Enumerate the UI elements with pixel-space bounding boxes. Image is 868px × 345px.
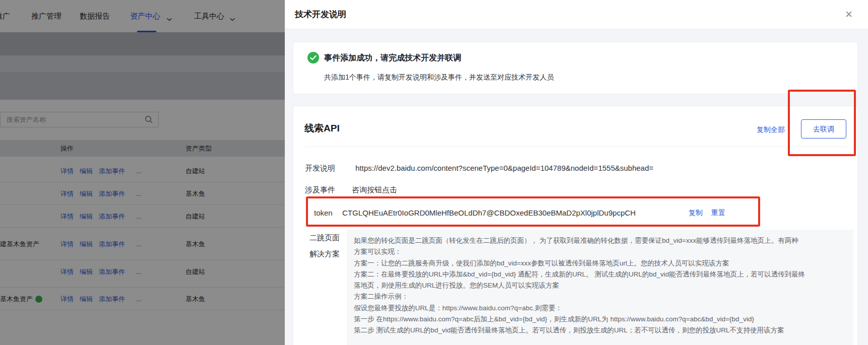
solution-line: 方案二操作示例：: [354, 291, 845, 302]
success-subtitle: 共添加1个事件，请复制开发说明和涉及事件，并发送至对应技术开发人员: [324, 73, 554, 82]
solution-line: 如果您的转化页面是二跳页面（转化发生在二跳后的页面）， 为了获取到最准确的转化数…: [354, 235, 845, 246]
screenshot-root: 推广 推广管理 数据报告 资产中心 工具中心 搜索资产名称 操作 资产类型: [0, 0, 868, 345]
card-divider: [304, 147, 847, 147]
success-card: 事件添加成功，请完成技术开发并联调 共添加1个事件，请复制开发说明和涉及事件，并…: [293, 42, 858, 94]
dev-doc-label: 开发说明: [305, 164, 335, 173]
solution-line: 方案二：在最终要投放的URL中添加&bd_vid={bd_vid} 通配符，生成…: [354, 269, 845, 280]
token-label: token: [314, 209, 333, 217]
solution-label-line1: 二跳页面: [309, 233, 340, 243]
drawer-panel: 技术开发说明 ✕ 事件添加成功，请完成技术开发并联调 共添加1个事件，请复制开发…: [285, 0, 868, 345]
go-debug-button[interactable]: 去联调: [801, 119, 846, 139]
close-icon[interactable]: ✕: [841, 7, 857, 23]
drawer-title: 技术开发说明: [295, 0, 346, 29]
token-value: CTGLQHEuAEtr0IoGRD0MleHfBeOLdDh7@CBDOxed…: [342, 209, 636, 217]
events-label: 涉及事件: [305, 185, 335, 195]
api-card-title: 线索API: [304, 122, 340, 135]
success-check-icon: [307, 52, 319, 65]
modal-overlay[interactable]: [0, 0, 285, 345]
dev-doc-link[interactable]: https://dev2.baidu.com/content?sceneType…: [355, 164, 653, 172]
solution-label-line2: 解决方案: [309, 249, 340, 259]
drawer-header: 技术开发说明 ✕: [285, 0, 868, 29]
solution-line: 落地页，则使用生成的URL进行投放。您的SEM人员可以实现该方案: [354, 280, 845, 291]
api-card: 线索API 复制全部 去联调 开发说明 https://dev2.baidu.c…: [293, 106, 858, 345]
token-copy-link[interactable]: 复制: [689, 209, 703, 218]
copy-all-link[interactable]: 复制全部: [757, 125, 785, 134]
success-title: 事件添加成功，请完成技术开发并联调: [324, 53, 461, 63]
solution-line: 第一步 在https://www.baidu.com?q=abc后加上&bd_v…: [354, 314, 845, 325]
solution-line: 方案一：让您的二跳服务商升级，使我们添加的bd_vid=xxx参数可以被透传到最…: [354, 258, 845, 269]
solution-line: 假设您最终要投放的URL是：https://www.baidu.com?q=ab…: [354, 303, 845, 314]
solution-text-box: 如果您的转化页面是二跳页面（转化发生在二跳后的页面）， 为了获取到最准确的转化数…: [347, 230, 853, 345]
solution-line: 方案可以实现：: [354, 246, 845, 257]
events-value: 咨询按钮点击: [352, 185, 397, 195]
solution-line: 第二步 测试生成的URL的bd_vid能否透传到最终落地页上。若可以透传，则投放…: [354, 325, 845, 336]
token-reset-link[interactable]: 重置: [711, 209, 725, 218]
